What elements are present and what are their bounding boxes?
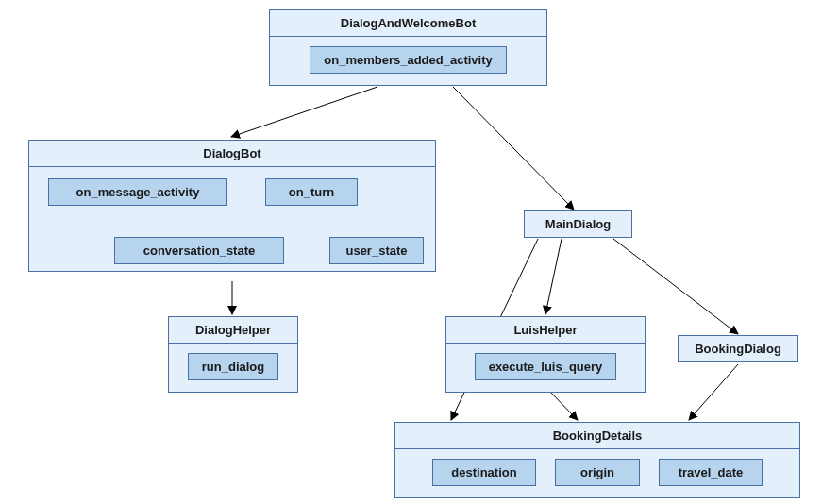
member-on-members-added-activity: on_members_added_activity (310, 46, 506, 74)
node-title: DialogAndWelcomeBot (270, 10, 546, 36)
node-title: BookingDetails (395, 423, 799, 448)
node-body: on_members_added_activity (270, 37, 546, 85)
node-body: execute_luis_query (446, 344, 645, 392)
member-on-message-activity: on_message_activity (48, 178, 227, 206)
node-body: on_message_activity on_turn conversation… (29, 167, 435, 271)
member-destination: destination (432, 459, 536, 486)
member-user-state: user_state (329, 237, 424, 264)
node-title: MainDialog (525, 211, 631, 237)
node-title: BookingDialog (679, 336, 797, 361)
member-origin: origin (555, 459, 640, 486)
node-dialog-and-welcome-bot: DialogAndWelcomeBot on_members_added_act… (269, 9, 547, 86)
node-dialog-helper: DialogHelper run_dialog (168, 316, 298, 393)
node-main-dialog: MainDialog (524, 210, 632, 238)
node-luis-helper: LuisHelper execute_luis_query (445, 316, 646, 393)
node-body: run_dialog (169, 344, 297, 392)
node-body: destination origin travel_date (395, 449, 799, 497)
node-title: LuisHelper (446, 317, 645, 343)
node-title: DialogBot (29, 141, 435, 166)
node-booking-dialog: BookingDialog (678, 335, 798, 362)
diagram-canvas: DialogAndWelcomeBot on_members_added_act… (0, 0, 822, 504)
node-booking-details: BookingDetails destination origin travel… (394, 422, 800, 498)
member-conversation-state: conversation_state (114, 237, 284, 264)
node-dialog-bot: DialogBot on_message_activity on_turn co… (28, 140, 436, 272)
member-on-turn: on_turn (265, 178, 358, 206)
member-run-dialog: run_dialog (188, 353, 278, 380)
member-execute-luis-query: execute_luis_query (475, 353, 617, 380)
node-title: DialogHelper (169, 317, 297, 343)
member-travel-date: travel_date (659, 459, 763, 486)
